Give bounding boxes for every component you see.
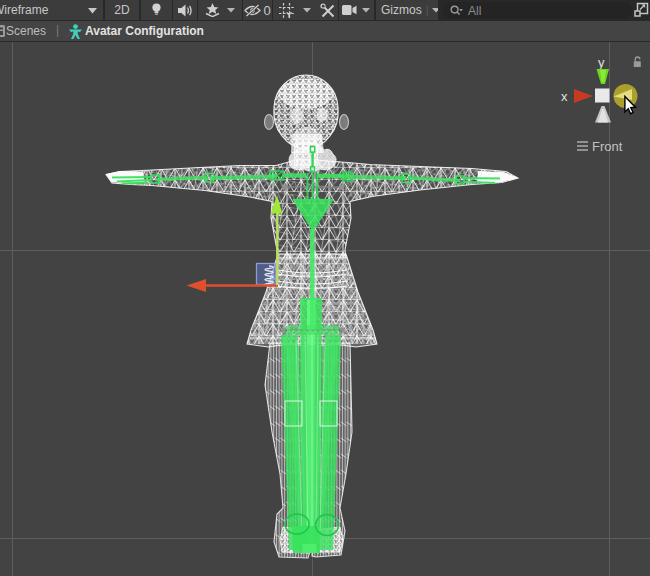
svg-text:Y: Y: [286, 9, 292, 18]
svg-text:x: x: [561, 89, 568, 104]
svg-text:y: y: [598, 55, 605, 70]
svg-text:Front: Front: [592, 139, 623, 154]
